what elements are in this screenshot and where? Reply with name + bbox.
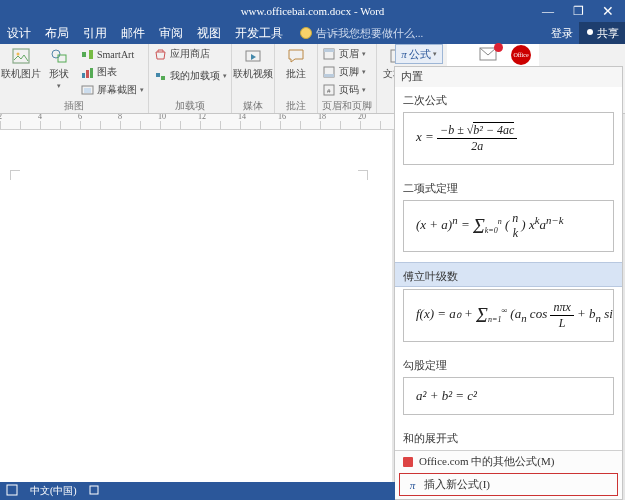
- tab-layout[interactable]: 布局: [38, 22, 76, 44]
- office-logo-icon[interactable]: Office: [511, 45, 531, 65]
- equation-dropdown-button[interactable]: π 公式 ▾: [395, 44, 443, 64]
- tell-me-box[interactable]: 告诉我您想要做什么...: [290, 22, 545, 44]
- group-comments: 批注 批注: [275, 44, 318, 113]
- svg-rect-6: [82, 73, 85, 78]
- my-addins-button[interactable]: 我的加载项▾: [153, 68, 227, 84]
- group-addins: 应用商店 我的加载项▾ 加载项: [149, 44, 232, 113]
- document-canvas[interactable]: [0, 130, 392, 482]
- tab-developer[interactable]: 开发工具: [228, 22, 290, 44]
- svg-point-1: [17, 53, 20, 56]
- ribbon-tabs: 设计 布局 引用 邮件 审阅 视图 开发工具 告诉我您想要做什么... 登录 共…: [0, 22, 625, 44]
- equation-gallery: 内置 二次公式 x = −b ± √b² − 4ac2a 二项式定理 (x + …: [394, 66, 623, 500]
- share-button[interactable]: 共享: [579, 22, 625, 44]
- share-icon: [585, 28, 595, 38]
- signin-link[interactable]: 登录: [545, 22, 579, 44]
- more-equations-office-link[interactable]: Office.com 中的其他公式(M): [395, 451, 622, 472]
- equation-preview-fourier[interactable]: f(x) = a₀ + Σn=1∞ (an cos nπxL + bn sin …: [403, 289, 614, 342]
- svg-rect-8: [90, 68, 93, 78]
- svg-rect-11: [156, 73, 160, 77]
- restore-button[interactable]: ❐: [563, 4, 593, 19]
- status-bar: 中文(中国): [0, 482, 395, 500]
- svg-rect-26: [403, 457, 413, 467]
- smartart-icon: [80, 47, 94, 61]
- spell-check-icon[interactable]: [6, 484, 18, 498]
- section-pythag: 勾股定理: [395, 352, 622, 375]
- equation-preview-binomial[interactable]: (x + a)n = Σk=0n (nk) xkan−k: [403, 200, 614, 252]
- pi-small-icon: π: [406, 478, 419, 491]
- svg-rect-27: [7, 485, 17, 495]
- title-bar: www.officebai.com.docx - Word — ❐ ✕: [0, 0, 625, 22]
- chart-icon: [80, 65, 94, 79]
- tab-view[interactable]: 视图: [190, 22, 228, 44]
- close-button[interactable]: ✕: [593, 3, 623, 20]
- group-illustrations: 联机图片 形状 ▾ SmartArt 图表 屏幕截图▾ 插图: [0, 44, 149, 113]
- svg-rect-7: [86, 70, 89, 78]
- tab-references[interactable]: 引用: [76, 22, 114, 44]
- screenshot-icon: [80, 83, 94, 97]
- group-header-footer: 页眉▾ 页脚▾ #页码▾ 页眉和页脚: [318, 44, 377, 113]
- footer-icon: [322, 65, 336, 79]
- section-quadratic: 二次公式: [395, 87, 622, 110]
- insert-new-equation-button[interactable]: π 插入新公式(I): [399, 473, 618, 496]
- page-corner-icon: [358, 170, 368, 180]
- tell-me-placeholder: 告诉我您想要做什么...: [316, 26, 423, 41]
- svg-rect-28: [90, 486, 98, 494]
- chart-button[interactable]: 图表: [80, 64, 144, 80]
- section-expand: 和的展开式: [395, 425, 622, 448]
- equation-preview-pythag[interactable]: a² + b² = c²: [403, 377, 614, 415]
- svg-point-2: [52, 50, 60, 58]
- svg-rect-17: [324, 74, 334, 77]
- picture-icon: [11, 46, 31, 66]
- page-number-button[interactable]: #页码▾: [322, 82, 366, 98]
- pi-icon: π: [401, 48, 407, 60]
- badge-icon: [494, 43, 503, 52]
- online-video-button[interactable]: 联机视频: [236, 46, 270, 81]
- equation-preview-quadratic[interactable]: x = −b ± √b² − 4ac2a: [403, 112, 614, 165]
- svg-rect-4: [82, 52, 86, 57]
- section-fourier: 傅立叶级数: [395, 262, 622, 287]
- smartart-button[interactable]: SmartArt: [80, 46, 144, 62]
- store-icon: [153, 47, 167, 61]
- shapes-icon: [49, 46, 69, 66]
- svg-rect-10: [84, 88, 91, 93]
- svg-rect-15: [324, 49, 334, 52]
- dropdown-arrow-icon: ▾: [433, 50, 437, 58]
- screenshot-button[interactable]: 屏幕截图▾: [80, 82, 144, 98]
- online-pictures-button[interactable]: 联机图片: [4, 46, 38, 81]
- gallery-footer: Office.com 中的其他公式(M) π 插入新公式(I): [395, 450, 622, 499]
- mail-icon[interactable]: [479, 47, 497, 63]
- window-title: www.officebai.com.docx - Word: [241, 5, 385, 17]
- bulb-icon: [300, 27, 312, 39]
- office-small-icon: [401, 455, 414, 468]
- svg-rect-12: [161, 76, 165, 80]
- group-media: 联机视频 媒体: [232, 44, 275, 113]
- footer-button[interactable]: 页脚▾: [322, 64, 366, 80]
- tab-mailings[interactable]: 邮件: [114, 22, 152, 44]
- language-indicator[interactable]: 中文(中国): [30, 484, 77, 498]
- page-corner-icon: [10, 170, 20, 180]
- svg-rect-5: [89, 50, 93, 59]
- header-icon: [322, 47, 336, 61]
- comment-icon: [286, 46, 306, 66]
- svg-text:#: #: [327, 87, 331, 95]
- macro-record-icon[interactable]: [89, 485, 99, 497]
- addins-icon: [153, 69, 167, 83]
- dropdown-arrow-icon: ▾: [57, 82, 61, 90]
- page-number-icon: #: [322, 83, 336, 97]
- minimize-button[interactable]: —: [533, 4, 563, 19]
- store-button[interactable]: 应用商店: [153, 46, 227, 62]
- svg-rect-0: [13, 49, 29, 63]
- section-binomial: 二项式定理: [395, 175, 622, 198]
- tab-design[interactable]: 设计: [0, 22, 38, 44]
- notification-area: Office: [447, 44, 539, 66]
- video-icon: [243, 46, 263, 66]
- header-button[interactable]: 页眉▾: [322, 46, 366, 62]
- shapes-button[interactable]: 形状 ▾: [42, 46, 76, 90]
- comment-button[interactable]: 批注: [279, 46, 313, 81]
- ruler: 2468101214161820222426283032343638404244: [0, 114, 395, 130]
- gallery-header: 内置: [395, 67, 622, 87]
- tab-review[interactable]: 审阅: [152, 22, 190, 44]
